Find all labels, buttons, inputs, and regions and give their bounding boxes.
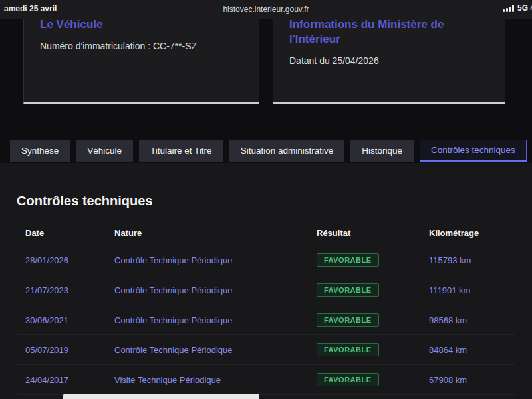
table-row: 05/07/2019 Contrôle Technique Périodique… xyxy=(17,335,515,365)
cell-km: 84864 km xyxy=(429,345,515,355)
bottom-highlight-bar xyxy=(63,394,259,399)
cell-nature: Contrôle Technique Périodique xyxy=(114,315,317,325)
status-badge: FAVORABLE xyxy=(317,283,379,297)
cell-km: 98568 km xyxy=(429,315,515,325)
ministry-card-title: Informations du Ministère de l'Intérieur xyxy=(289,17,491,47)
cell-date: 05/07/2019 xyxy=(25,345,114,355)
page-title: Contrôles techniques xyxy=(17,194,532,209)
tab-titulaire-et-titre[interactable]: Titulaire et Titre xyxy=(139,140,223,162)
cell-nature: Contrôle Technique Périodique xyxy=(114,255,317,265)
tab-controles-techniques[interactable]: Contrôles techniques xyxy=(420,140,527,162)
network-text: 5G 4 xyxy=(517,3,532,13)
table-row: 28/01/2026 Contrôle Technique Périodique… xyxy=(17,245,515,275)
status-right-cluster: 5G 4 xyxy=(503,3,532,13)
cell-nature: Visite Technique Périodique xyxy=(114,375,317,385)
cell-nature: Contrôle Technique Périodique xyxy=(114,345,317,355)
cell-km: 67908 km xyxy=(429,375,515,385)
vehicle-card-title: Le Véhicule xyxy=(40,17,245,32)
browser-url[interactable]: histovec.interieur.gouv.fr xyxy=(0,5,532,14)
tab-bar: Synthèse Véhicule Titulaire et Titre Sit… xyxy=(10,140,532,162)
ministry-card-date: Datant du 25/04/2026 xyxy=(289,55,491,66)
cell-nature: Contrôle Technique Périodique xyxy=(114,285,317,295)
table-row: 24/04/2017 Visite Technique Périodique F… xyxy=(17,365,515,395)
cell-date: 30/06/2021 xyxy=(25,315,114,325)
cell-km: 111901 km xyxy=(429,285,515,295)
tab-vehicule[interactable]: Véhicule xyxy=(76,140,133,162)
cell-date: 28/01/2026 xyxy=(25,255,114,265)
header-resultat: Résultat xyxy=(317,228,429,238)
controles-techniques-panel: Contrôles techniques Date Nature Résulta… xyxy=(0,163,532,399)
table-row: 21/07/2023 Contrôle Technique Périodique… xyxy=(17,275,515,305)
inspections-table: Date Nature Résultat Kilométrage 28/01/2… xyxy=(17,221,515,395)
status-badge: FAVORABLE xyxy=(317,253,379,267)
cellular-signal-icon xyxy=(503,5,514,12)
header-date: Date xyxy=(25,228,114,238)
status-badge: FAVORABLE xyxy=(317,373,379,386)
status-badge: FAVORABLE xyxy=(317,343,379,356)
cell-date: 24/04/2017 xyxy=(25,375,114,385)
header-kilometrage: Kilométrage xyxy=(429,228,515,238)
cell-km: 115793 km xyxy=(429,255,515,265)
status-bar: amedi 25 avril histovec.interieur.gouv.f… xyxy=(0,0,532,19)
registration-number: Numéro d'immatriculation : CC-7**-SZ xyxy=(40,41,245,51)
tab-situation-administrative[interactable]: Situation administrative xyxy=(229,140,345,162)
table-header-row: Date Nature Résultat Kilométrage xyxy=(17,221,515,245)
status-badge: FAVORABLE xyxy=(317,313,379,327)
table-row: 30/06/2021 Contrôle Technique Périodique… xyxy=(17,305,515,335)
tab-synthese[interactable]: Synthèse xyxy=(10,140,70,162)
cell-date: 21/07/2023 xyxy=(25,285,114,295)
header-nature: Nature xyxy=(114,228,317,238)
tab-historique[interactable]: Historique xyxy=(350,140,414,162)
